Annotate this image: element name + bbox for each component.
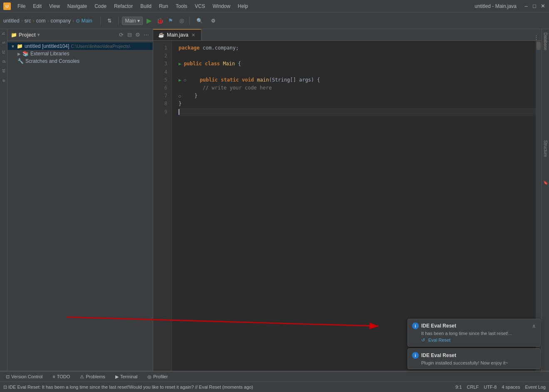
project-more-icon[interactable]: ⋯ — [143, 32, 149, 38]
line-num-3: 3 — [153, 60, 167, 68]
sync-icon[interactable]: ⟳ — [118, 32, 124, 38]
tree-untitled-label: untitled [untitled104] — [25, 43, 69, 49]
notifications-overlay: i IDE Eval Reset ∧ It has been a long ti… — [407, 319, 541, 369]
todo-icon: ≡ — [52, 374, 55, 379]
window-title: untitled - Main.java — [468, 3, 523, 9]
menu-item-help[interactable]: Help — [234, 2, 251, 10]
left-tab-h[interactable]: h — [0, 29, 7, 38]
close-button[interactable]: ✕ — [540, 3, 546, 9]
project-settings-icon[interactable]: ⚙ — [134, 32, 141, 38]
app-logo: IJ — [3, 2, 11, 10]
menu-item-edit[interactable]: Edit — [30, 2, 45, 10]
menu-item-file[interactable]: File — [14, 2, 29, 10]
scrollbar-thumb[interactable] — [537, 42, 541, 50]
notif-icon-1: i — [412, 323, 419, 329]
status-right: 9:1 CRLF UTF-8 4 spaces Event Log — [455, 385, 546, 390]
eval-reset-link[interactable]: ↺ — [421, 337, 425, 343]
version-control-tab[interactable]: ⊡ Version Control — [3, 373, 45, 380]
left-tab-et[interactable]: et — [0, 66, 7, 76]
code-line-6: // write your code here — [179, 84, 536, 92]
tree-item-external[interactable]: ▶ 📚 External Libraries — [7, 50, 153, 57]
coverage-button[interactable]: ⚑ — [166, 16, 175, 25]
editor-tab-main[interactable]: ☕ Main.java ✕ — [153, 29, 201, 40]
menu-item-navigate[interactable]: Navigate — [64, 2, 90, 10]
line-num-1: 1 — [153, 44, 167, 52]
status-bar: ⊡ IDE Eval Reset: It has been a long tim… — [0, 382, 549, 392]
menu-item-view[interactable]: View — [46, 2, 63, 10]
menu-item-vcs[interactable]: VCS — [191, 2, 209, 10]
breadcrumb-src[interactable]: src — [25, 18, 31, 24]
code-line-5: ▶ ○ public static void main(String[] arg… — [179, 76, 536, 84]
notif-collapse-1[interactable]: ∧ — [532, 323, 536, 329]
git-button[interactable]: ⇅ — [104, 17, 115, 25]
notif-header-2: i IDE Eval Reset — [412, 352, 536, 359]
bottom-tab-bar: ⊡ Version Control ≡ TODO ⚠ Problems ▶ Te… — [0, 371, 549, 382]
problems-icon: ⚠ — [80, 374, 84, 380]
notif-icon-2: i — [412, 352, 419, 359]
notif-body-1: It has been a long time since the last r… — [421, 331, 536, 336]
run-config-dropdown[interactable]: Main ▾ — [122, 17, 143, 25]
profiler-tab[interactable]: ◎ Profiler — [145, 373, 170, 380]
code-line-9 — [179, 108, 536, 116]
event-log[interactable]: Event Log — [525, 385, 546, 390]
run-gutter-3[interactable]: ▶ — [179, 60, 181, 68]
menu-item-code[interactable]: Code — [91, 2, 110, 10]
line-separator[interactable]: CRLF — [467, 385, 479, 390]
left-tab-s[interactable]: s — [0, 38, 7, 47]
breadcrumb-main[interactable]: ⊙ Main — [76, 18, 92, 24]
terminal-tab[interactable]: ▶ Terminal — [113, 373, 140, 380]
left-side-tabs: h s rc p et e — [0, 29, 7, 371]
tab-close-button[interactable]: ✕ — [191, 32, 196, 38]
encoding[interactable]: UTF-8 — [484, 385, 497, 390]
profile-button[interactable]: ◎ — [177, 16, 186, 25]
eval-reset-action[interactable]: Eval Reset — [428, 337, 450, 343]
left-tab-rc[interactable]: rc — [0, 47, 7, 57]
tab-label: Main.java — [167, 32, 188, 38]
indent-spaces[interactable]: 4 spaces — [502, 385, 520, 390]
collapse-all-icon[interactable]: ⊟ — [126, 32, 133, 38]
left-tab-p[interactable]: p — [0, 57, 7, 66]
right-tab-bookmarks[interactable]: 🔖 — [543, 177, 549, 188]
project-dropdown-arrow[interactable]: ▾ — [37, 32, 40, 37]
debug-button[interactable]: 🐞 — [155, 16, 164, 25]
project-panel: 📁 Project ▾ ⟳ ⊟ ⚙ ⋯ ▼ 📁 untitled [untitl… — [7, 29, 153, 371]
breadcrumb-company[interactable]: company — [50, 18, 71, 24]
notif-title-1: IDE Eval Reset — [421, 323, 529, 329]
settings-button[interactable]: ⚙ — [208, 17, 219, 25]
problems-label: Problems — [86, 374, 105, 379]
minimize-button[interactable]: – — [523, 3, 529, 9]
menu-item-run[interactable]: Run — [156, 2, 171, 10]
line-numbers: 1 2 3 4 5 6 7 8 9 — [153, 41, 172, 371]
problems-tab[interactable]: ⚠ Problems — [77, 373, 107, 380]
profile-icon: ◎ — [179, 17, 184, 24]
notif-title-2: IDE Eval Reset — [421, 352, 536, 358]
menu-item-build[interactable]: Build — [137, 2, 155, 10]
tree-item-untitled[interactable]: ▼ 📁 untitled [untitled104] C:\Users\linh… — [7, 42, 153, 50]
right-tab-structure[interactable]: Structure — [542, 137, 549, 161]
menu-item-tools[interactable]: Tools — [172, 2, 191, 10]
project-panel-title: 📁 Project ▾ — [11, 32, 115, 38]
maximize-button[interactable]: □ — [532, 3, 537, 9]
editor-tabs-more[interactable]: ⋮ — [534, 34, 539, 40]
dropdown-arrow: ▾ — [137, 18, 140, 24]
menu-item-refactor[interactable]: Refactor — [111, 2, 136, 10]
tree-item-scratches[interactable]: 🔧 Scratches and Consoles — [7, 57, 153, 65]
app-window: IJ FileEditViewNavigateCodeRefactorBuild… — [0, 0, 549, 392]
breadcrumb-com[interactable]: com — [36, 18, 46, 24]
project-tree: ▼ 📁 untitled [untitled104] C:\Users\linh… — [7, 41, 153, 371]
debug-icon: 🐞 — [157, 17, 164, 24]
search-everywhere-button[interactable]: 🔍 — [193, 17, 206, 25]
run-config-label: Main — [125, 18, 136, 24]
menu-item-window[interactable]: Window — [209, 2, 234, 10]
left-tab-e[interactable]: e — [0, 76, 7, 85]
breadcrumb-untitled[interactable]: untitled — [3, 18, 20, 24]
right-tab-database[interactable]: Database — [542, 29, 549, 54]
run-gutter-5[interactable]: ▶ — [179, 77, 181, 84]
line-num-7: 7 — [153, 92, 167, 100]
run-icon: ▶ — [147, 17, 152, 25]
todo-tab[interactable]: ≡ TODO — [50, 373, 72, 380]
cursor-position[interactable]: 9:1 — [455, 385, 462, 390]
title-bar: IJ FileEditViewNavigateCodeRefactorBuild… — [0, 0, 549, 12]
run-button[interactable]: ▶ — [144, 16, 154, 25]
line-num-2: 2 — [153, 52, 167, 60]
